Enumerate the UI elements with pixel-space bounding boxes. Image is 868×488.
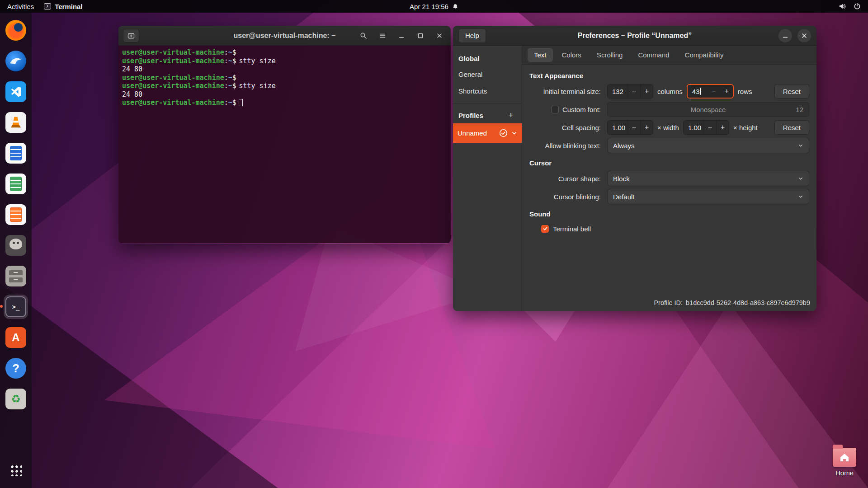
sidebar-item-shortcuts[interactable]: Shortcuts: [453, 83, 522, 99]
clock-label: Apr 21 19:56: [410, 3, 448, 10]
cell-height-spinner: 1.00 − +: [683, 120, 729, 135]
dock-item-terminal[interactable]: >_: [4, 295, 28, 319]
terminal-line: user@user-virtual-machine:~$stty size: [122, 57, 447, 66]
dock-item-ubuntu-software[interactable]: A: [4, 325, 28, 350]
custom-font-checkbox[interactable]: [551, 106, 559, 113]
columns-value[interactable]: 132: [608, 88, 627, 95]
maximize-icon: [417, 33, 424, 39]
cell-spacing-row: Cell spacing: 1.00 − + × width 1.00 −: [529, 118, 809, 136]
hamburger-menu-icon: [379, 32, 386, 39]
terminal-search-button[interactable]: [357, 29, 370, 42]
cell-width-value[interactable]: 1.00: [608, 124, 627, 131]
dock-item-vscode[interactable]: [4, 80, 28, 104]
cell-height-unit-label: × height: [733, 124, 758, 131]
terminal-header-bar[interactable]: user@user-virtual-machine: ~: [118, 26, 451, 46]
terminal-dock-icon: >_: [5, 296, 26, 317]
chevron-down-icon: [798, 143, 803, 148]
columns-decrement-button[interactable]: −: [627, 84, 640, 98]
help-button[interactable]: Help: [458, 28, 486, 43]
tab-compatibility[interactable]: Compatibility: [679, 48, 730, 62]
font-chooser-button[interactable]: Monospace 12: [607, 102, 809, 117]
terminal-app-icon: [44, 3, 51, 9]
sidebar-profiles-header: Profiles: [458, 112, 483, 119]
cursor-blinking-label: Cursor blinking:: [554, 193, 601, 201]
cell-spacing-label: Cell spacing:: [562, 124, 601, 131]
dock-item-vlc[interactable]: [4, 110, 28, 135]
tab-text[interactable]: Text: [528, 48, 553, 62]
tab-scrolling[interactable]: Scrolling: [590, 48, 629, 62]
cell-height-value[interactable]: 1.00: [684, 124, 703, 131]
libreoffice-impress-icon: [5, 204, 26, 225]
dock-item-help[interactable]: ?: [4, 356, 28, 380]
terminal-minimize-button[interactable]: [395, 29, 408, 42]
show-applications-grid-icon: [10, 465, 22, 476]
terminal-bell-checkbox[interactable]: [541, 225, 549, 233]
dock-item-thunderbird[interactable]: [4, 49, 28, 73]
dock-item-libreoffice-impress[interactable]: [4, 202, 28, 227]
new-tab-icon: [127, 32, 135, 39]
rows-value[interactable]: 43: [688, 88, 708, 95]
allow-blinking-label: Allow blinking text:: [545, 142, 601, 150]
preferences-minimize-button[interactable]: [778, 29, 792, 42]
ubuntu-software-icon: A: [5, 327, 26, 348]
activities-button[interactable]: Activities: [7, 3, 34, 10]
cursor-shape-label: Cursor shape:: [558, 175, 601, 183]
sidebar-item-profile-unnamed[interactable]: Unnamed: [453, 123, 522, 143]
show-applications-button[interactable]: [4, 458, 28, 483]
home-desktop-icon[interactable]: Home: [824, 444, 865, 477]
tab-colors[interactable]: Colors: [556, 48, 588, 62]
dock-item-firefox[interactable]: [4, 18, 28, 42]
section-cursor: Cursor: [529, 159, 809, 167]
terminal-output-area[interactable]: user@user-virtual-machine:~$ user@user-v…: [118, 46, 451, 243]
terminal-line: user@user-virtual-machine:~$stty size: [122, 82, 447, 90]
focused-app-menu[interactable]: Terminal: [44, 3, 82, 10]
size-reset-button[interactable]: Reset: [774, 84, 809, 99]
trash-icon: ♻: [5, 389, 26, 409]
cell-height-increment-button[interactable]: +: [716, 121, 729, 134]
preferences-window-title: Preferences – Profile “Unnamed”: [578, 32, 692, 40]
new-tab-button[interactable]: [123, 29, 139, 42]
clock-menu[interactable]: Apr 21 19:56: [410, 3, 458, 10]
cell-spacing-reset-button[interactable]: Reset: [774, 120, 809, 135]
minimize-icon: [398, 33, 405, 39]
cell-width-decrement-button[interactable]: −: [627, 121, 640, 134]
preferences-header-bar[interactable]: Help Preferences – Profile “Unnamed”: [453, 26, 816, 46]
font-name-label: Monospace: [691, 106, 726, 113]
terminal-line: user@user-virtual-machine:~$: [122, 99, 447, 107]
dock-item-files[interactable]: [4, 264, 28, 288]
terminal-menu-button[interactable]: [376, 29, 389, 42]
rows-increment-button[interactable]: +: [720, 85, 733, 98]
rows-decrement-button[interactable]: −: [708, 85, 720, 98]
columns-increment-button[interactable]: +: [640, 84, 653, 98]
cell-height-decrement-button[interactable]: −: [703, 121, 716, 134]
dock-item-gimp[interactable]: [4, 233, 28, 258]
cursor-blinking-dropdown[interactable]: Default: [607, 189, 809, 204]
dock-item-libreoffice-writer[interactable]: [4, 141, 28, 165]
profile-name-label: Unnamed: [458, 129, 495, 137]
profile-menu-chevron-icon[interactable]: [511, 130, 517, 136]
house-glyph-icon: [839, 452, 850, 462]
dock-item-libreoffice-calc[interactable]: [4, 172, 28, 196]
bell-icon: [452, 3, 458, 10]
terminal-maximize-button[interactable]: [414, 29, 427, 42]
search-icon: [360, 32, 367, 39]
preferences-close-button[interactable]: [797, 29, 811, 42]
cursor-blinking-value: Default: [613, 193, 798, 201]
text-tab-panel: Text Appearance Initial terminal size: 1…: [522, 65, 816, 311]
allow-blinking-dropdown[interactable]: Always: [607, 138, 809, 153]
dock-item-trash[interactable]: ♻: [4, 387, 28, 411]
power-icon: [854, 3, 861, 10]
preferences-tabstrip: Text Colors Scrolling Command Compatibil…: [522, 46, 816, 65]
allow-blinking-text-row: Allow blinking text: Always: [529, 136, 809, 155]
cursor-shape-dropdown[interactable]: Block: [607, 171, 809, 186]
top-bar: Activities Terminal Apr 21 19:56: [0, 0, 868, 13]
system-status-area[interactable]: [839, 3, 868, 10]
profile-id-row: Profile ID: b1dcc9dd-5262-4d8d-a863-c897…: [654, 299, 810, 306]
terminal-close-button[interactable]: [433, 29, 446, 42]
tab-command[interactable]: Command: [632, 48, 675, 62]
cell-width-increment-button[interactable]: +: [640, 121, 653, 134]
sidebar-item-general[interactable]: General: [453, 66, 522, 83]
checkmark-icon: [542, 226, 548, 231]
terminal-window: user@user-virtual-machine: ~: [118, 26, 451, 244]
add-profile-button[interactable]: +: [505, 110, 516, 121]
